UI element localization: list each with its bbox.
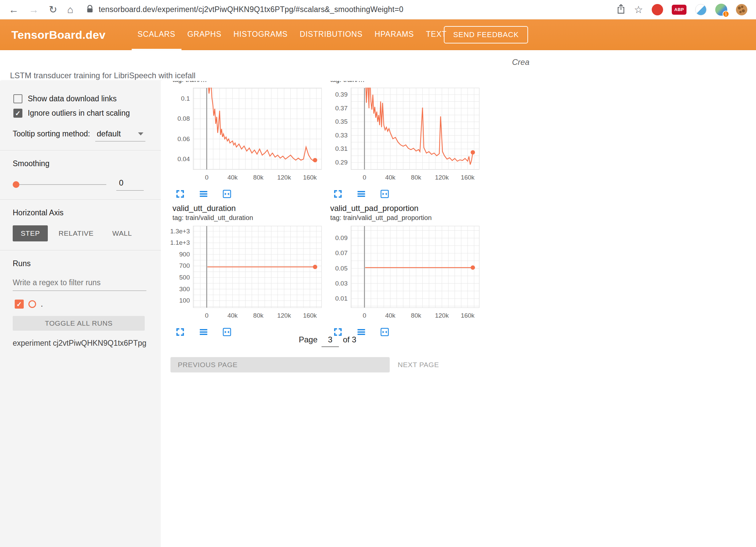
svg-text:0.06: 0.06 — [177, 135, 190, 142]
chart-header: valid_utt_pad_proportion tag: train/vali… — [330, 203, 482, 222]
expand-chart-button[interactable] — [175, 189, 185, 199]
back-icon[interactable]: ← — [9, 5, 19, 15]
line-chart[interactable]: 040k80k120k160k0.010.030.050.070.09 — [328, 224, 482, 324]
cookie-icon[interactable] — [736, 4, 747, 15]
svg-text:120k: 120k — [435, 174, 449, 181]
adblock-extension-icon[interactable] — [652, 4, 663, 15]
checkbox-label: Ignore outliers in chart scaling — [28, 109, 130, 118]
chart-header-clipped: tag: train/… — [172, 81, 324, 86]
home-icon[interactable]: ⌂ — [67, 5, 73, 15]
chart-card: valid_utt_pad_proportion tag: train/vali… — [328, 203, 482, 337]
page-number-input[interactable]: 3 — [322, 335, 339, 347]
tooltip-sorting-dropdown[interactable]: default — [95, 129, 145, 141]
svg-text:80k: 80k — [411, 174, 421, 181]
slider-thumb[interactable] — [13, 181, 19, 188]
toggle-y-axis-button[interactable] — [356, 189, 366, 199]
previous-page-button[interactable]: PREVIOUS PAGE — [170, 357, 390, 372]
run-checkbox[interactable]: ✓ — [15, 300, 24, 309]
svg-text:0: 0 — [363, 312, 366, 319]
chart-header-clipped: tag: train/… — [330, 81, 482, 86]
tab-distributions[interactable]: DISTRIBUTIONS — [294, 19, 369, 50]
chart-tag: tag: train/valid_utt_pad_proportion — [330, 213, 482, 222]
tab-hparams[interactable]: HPARAMS — [369, 19, 420, 50]
reload-icon[interactable]: ↻ — [49, 5, 57, 15]
svg-text:0.39: 0.39 — [335, 91, 348, 98]
svg-text:1.1e+3: 1.1e+3 — [170, 239, 190, 246]
line-chart[interactable]: 040k80k120k160k0.290.310.330.350.370.39 — [328, 86, 482, 186]
smoothing-value-input[interactable]: 0 — [116, 178, 144, 191]
svg-text:160k: 160k — [303, 312, 317, 319]
svg-text:40k: 40k — [385, 174, 395, 181]
share-icon[interactable] — [617, 4, 625, 16]
chart-title: valid_utt_pad_proportion — [330, 203, 482, 213]
abp-extension-icon[interactable]: ABP — [672, 5, 686, 15]
svg-text:0: 0 — [363, 174, 366, 181]
svg-text:0.04: 0.04 — [177, 155, 190, 162]
forward-icon[interactable]: → — [29, 5, 39, 15]
svg-text:0: 0 — [205, 312, 209, 319]
run-row[interactable]: ✓ . — [15, 300, 161, 309]
chart-tag: tag: train/… — [330, 81, 482, 84]
app-header: TensorBoard.dev SCALARS GRAPHS HISTOGRAM… — [0, 19, 756, 50]
extension-icon[interactable] — [695, 4, 707, 15]
browser-toolbar: ← → ↻ ⌂ tensorboard.dev/experiment/cj2vt… — [0, 0, 756, 19]
tab-graphs[interactable]: GRAPHS — [181, 19, 228, 50]
bookmark-star-icon[interactable]: ☆ — [634, 5, 643, 15]
svg-text:80k: 80k — [253, 174, 264, 181]
experiment-name: experiment cj2vtPiwQHKN9Q1tx6PTpg — [13, 339, 161, 348]
svg-text:40k: 40k — [227, 312, 238, 319]
slider-track — [13, 184, 106, 185]
profile-avatar[interactable]: 1 — [715, 4, 727, 16]
axis-step-button[interactable]: STEP — [13, 225, 48, 241]
svg-text:120k: 120k — [277, 312, 291, 319]
axis-wall-button[interactable]: WALL — [104, 225, 140, 241]
chart-tag: tag: train/… — [172, 81, 324, 84]
svg-text:160k: 160k — [303, 174, 317, 181]
runs-filter-input[interactable] — [13, 276, 146, 291]
chevron-down-icon — [138, 132, 143, 135]
dropdown-value: default — [97, 129, 121, 138]
svg-text:40k: 40k — [227, 174, 238, 181]
tooltip-sorting-label: Tooltip sorting method: — [13, 129, 90, 138]
line-chart[interactable]: 040k80k120k160k0.040.060.080.1 — [170, 86, 324, 186]
horizontal-axis-label: Horizontal Axis — [13, 208, 161, 217]
subheader: Crea LSTM transducer training for LibriS… — [0, 50, 756, 81]
divider — [0, 250, 161, 250]
tab-histograms[interactable]: HISTOGRAMS — [228, 19, 294, 50]
svg-text:0.01: 0.01 — [335, 295, 348, 302]
send-feedback-button[interactable]: SEND FEEDBACK — [444, 26, 528, 43]
divider — [0, 199, 161, 200]
svg-text:0.35: 0.35 — [335, 118, 348, 125]
browser-actions: ☆ ABP 1 — [617, 4, 747, 16]
svg-text:0.33: 0.33 — [335, 132, 348, 139]
page: ← → ↻ ⌂ tensorboard.dev/experiment/cj2vt… — [0, 0, 756, 547]
fit-domain-button[interactable] — [222, 189, 232, 199]
chart-actions — [328, 189, 482, 199]
fit-domain-button[interactable] — [380, 189, 390, 199]
brand-logo[interactable]: TensorBoard.dev — [11, 28, 106, 41]
show-download-links-checkbox[interactable]: Show data download links — [13, 94, 161, 103]
tooltip-sorting-row: Tooltip sorting method: default — [13, 129, 161, 141]
svg-text:0.29: 0.29 — [335, 159, 348, 166]
notification-badge: 1 — [723, 11, 729, 17]
svg-text:100: 100 — [179, 297, 190, 304]
pagination: Page 3 of 3 — [170, 335, 485, 347]
address-bar[interactable]: tensorboard.dev/experiment/cj2vtPiwQHKN9… — [87, 5, 603, 15]
ignore-outliers-checkbox[interactable]: ✓ Ignore outliers in chart scaling — [13, 109, 161, 118]
smoothing-row: 0 — [13, 178, 161, 191]
svg-text:160k: 160k — [461, 174, 475, 181]
chart-header: valid_utt_duration tag: train/valid_utt_… — [172, 203, 324, 222]
smoothing-slider[interactable] — [13, 181, 106, 188]
line-chart[interactable]: 040k80k120k160k1003005007009001.1e+31.3e… — [170, 224, 324, 324]
url-text[interactable]: tensorboard.dev/experiment/cj2vtPiwQHKN9… — [99, 5, 403, 14]
horizontal-axis-buttons: STEP RELATIVE WALL — [13, 225, 161, 241]
tab-scalars[interactable]: SCALARS — [132, 19, 181, 50]
svg-text:700: 700 — [179, 262, 190, 269]
chart-title: valid_utt_duration — [172, 203, 324, 213]
axis-relative-button[interactable]: RELATIVE — [50, 225, 102, 241]
expand-chart-button[interactable] — [333, 189, 343, 199]
toggle-y-axis-button[interactable] — [199, 189, 209, 199]
lock-icon[interactable] — [87, 5, 93, 15]
next-page-button[interactable]: NEXT PAGE — [398, 357, 439, 372]
toggle-all-runs-button[interactable]: TOGGLE ALL RUNS — [13, 316, 145, 331]
